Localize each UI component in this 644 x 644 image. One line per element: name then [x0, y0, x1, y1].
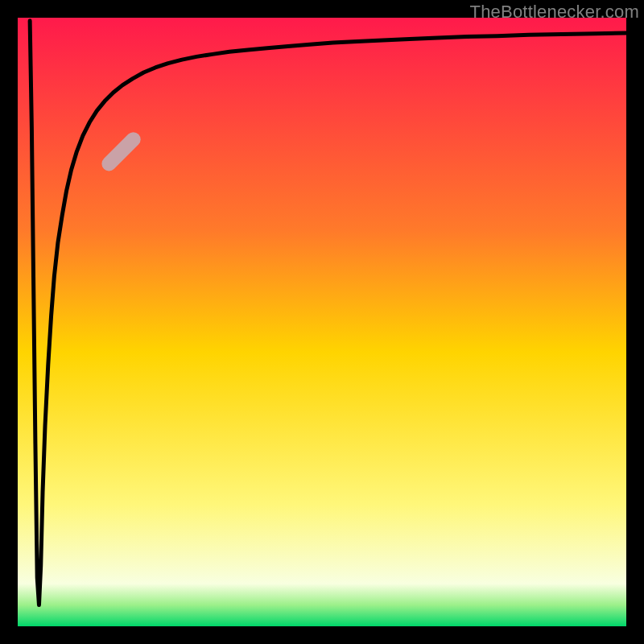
plot-background: [18, 18, 626, 626]
chart-container: TheBottlenecker.com: [0, 0, 644, 644]
chart-svg: [0, 0, 644, 644]
watermark-text: TheBottlenecker.com: [470, 2, 639, 23]
